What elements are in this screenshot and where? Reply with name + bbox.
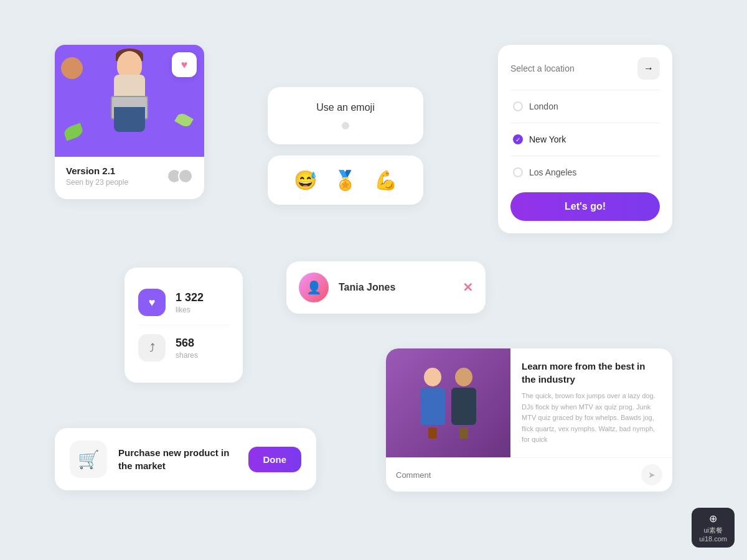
version-card: ♥ Version 2.1 Seen by 23 people <box>55 45 204 199</box>
emoji-dot-indicator <box>342 122 349 129</box>
location-search-bar: → <box>510 57 660 80</box>
figure-1 <box>420 368 445 439</box>
shares-row: ⤴ 568 shares <box>138 328 229 368</box>
radio-london <box>513 101 523 111</box>
location-option-london[interactable]: London <box>510 95 660 118</box>
done-button[interactable]: Done <box>248 447 302 472</box>
emoji-laugh[interactable]: 😅 <box>294 169 317 191</box>
location-divider-1 <box>510 90 660 90</box>
shares-label: shares <box>176 351 198 360</box>
radio-losangeles <box>513 167 523 177</box>
version-card-image: ♥ <box>55 45 204 157</box>
character-3d <box>92 51 167 151</box>
likes-count: 1 322 <box>176 291 204 304</box>
avatar-2 <box>178 169 193 184</box>
task-title: Purchase new product in the market <box>118 446 237 472</box>
version-title: Version 2.1 <box>66 166 128 176</box>
deco-orange <box>61 57 83 79</box>
likes-icon-box: ♥ <box>138 289 166 316</box>
profile-name: Tania Jones <box>339 282 453 293</box>
likes-label: likes <box>176 306 204 314</box>
lets-go-button[interactable]: Let's go! <box>510 192 660 221</box>
share-icon: ⤴ <box>149 342 155 355</box>
watermark-line1: ui素餐 <box>703 526 723 535</box>
deco-leaf1 <box>62 123 84 141</box>
watermark: ⊕ ui素餐 ui18.com <box>692 508 735 548</box>
profile-card: 👤 Tania Jones ✕ <box>286 261 486 314</box>
location-arrow-button[interactable]: → <box>637 57 660 80</box>
learn-card-body: The quick, brown fox jumps over a lazy d… <box>522 391 661 446</box>
learn-card-title: Learn more from the best in the industry <box>522 360 661 386</box>
location-option-losangeles[interactable]: Los Angeles <box>510 161 660 184</box>
learn-card-content: Learn more from the best in the industry… <box>510 348 672 457</box>
emoji-title-card: Use an emoji <box>268 87 423 144</box>
stats-card: ♥ 1 322 likes ⤴ 568 shares <box>125 268 243 383</box>
avatar-group <box>171 169 193 184</box>
learn-card-image <box>386 348 510 457</box>
location-divider-3 <box>510 156 660 156</box>
stats-divider <box>138 325 229 325</box>
profile-avatar: 👤 <box>299 273 329 302</box>
figure-2 <box>451 368 476 439</box>
location-card: → London New York Los Angeles Let's go! <box>498 45 672 233</box>
comment-bar: ➤ <box>386 457 672 492</box>
learn-card: Learn more from the best in the industry… <box>386 348 672 492</box>
version-subtitle: Seen by 23 people <box>66 178 128 187</box>
task-text: Purchase new product in the market <box>118 446 237 472</box>
emoji-muscle[interactable]: 💪 <box>374 169 397 191</box>
task-icon-box: 🛒 <box>70 441 107 478</box>
version-card-body: Version 2.1 Seen by 23 people <box>55 157 204 187</box>
emoji-grid-card: 😅 🏅 💪 <box>268 156 423 205</box>
watermark-icon: ⊕ <box>709 513 717 525</box>
location-losangeles-label: Los Angeles <box>529 167 576 177</box>
emoji-medal[interactable]: 🏅 <box>334 169 357 191</box>
watermark-line2: ui18.com <box>699 535 727 543</box>
avatar-icon: 👤 <box>306 280 322 295</box>
arrow-right-icon: → <box>644 63 654 74</box>
location-london-label: London <box>529 101 558 111</box>
learn-card-top: Learn more from the best in the industry… <box>386 348 672 457</box>
close-button[interactable]: ✕ <box>463 280 473 295</box>
radio-newyork <box>513 134 523 144</box>
cart-icon: 🛒 <box>78 449 100 470</box>
location-divider-2 <box>510 123 660 123</box>
shares-count: 568 <box>176 337 198 350</box>
heart-icon: ♥ <box>149 296 156 309</box>
location-newyork-label: New York <box>529 134 566 144</box>
deco-leaf2 <box>174 111 194 129</box>
task-card: 🛒 Purchase new product in the market Don… <box>55 428 316 490</box>
likes-row: ♥ 1 322 likes <box>138 282 229 322</box>
comment-input[interactable] <box>396 470 636 480</box>
figures-3d <box>414 362 482 445</box>
location-search-input[interactable] <box>510 63 631 73</box>
send-icon: ➤ <box>648 470 655 480</box>
location-option-newyork[interactable]: New York <box>510 128 660 151</box>
send-button[interactable]: ➤ <box>641 464 662 485</box>
emoji-card-title: Use an emoji <box>285 102 406 113</box>
heart-badge[interactable]: ♥ <box>172 52 197 77</box>
shares-icon-box: ⤴ <box>138 334 166 362</box>
heart-icon: ♥ <box>181 58 188 72</box>
